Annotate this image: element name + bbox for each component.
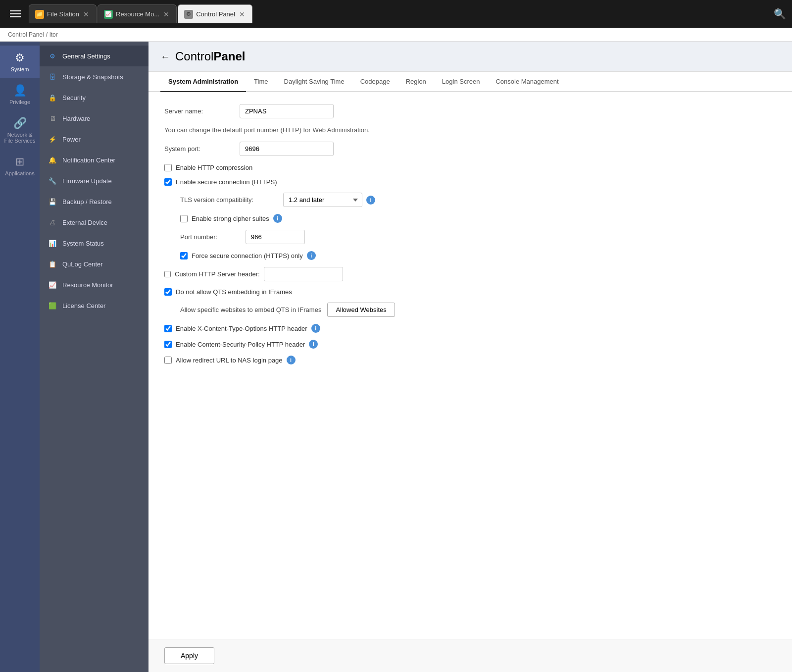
- custom-header-checkbox[interactable]: [164, 271, 171, 277]
- license-center-icon: 🟩: [48, 301, 57, 310]
- menu-item-storage-snapshots[interactable]: 🗄 Storage & Snapshots: [40, 66, 148, 87]
- http-compression-checkbox[interactable]: [164, 164, 172, 171]
- allowed-websites-button[interactable]: Allowed Websites: [327, 303, 395, 317]
- menu-item-hardware-label: Hardware: [62, 115, 90, 122]
- menu-item-backup-restore[interactable]: 💾 Backup / Restore: [40, 191, 148, 212]
- tab-file-station[interactable]: 📁 File Station ✕: [29, 4, 97, 23]
- content-security-info-icon[interactable]: i: [309, 340, 318, 349]
- allowed-websites-row: Allow specific websites to embed QTS in …: [180, 303, 776, 317]
- port-note: You can change the default port number (…: [164, 126, 776, 134]
- strong-cipher-row: Enable strong cipher suites i: [180, 214, 776, 223]
- page-title: ControlPanel: [175, 50, 245, 63]
- content-security-label[interactable]: Enable Content-Security-Policy HTTP head…: [176, 341, 305, 348]
- apply-button[interactable]: Apply: [164, 647, 214, 664]
- no-embedding-checkbox[interactable]: [164, 288, 172, 296]
- menu-item-general-settings[interactable]: ⚙ General Settings: [40, 46, 148, 66]
- tab-control-panel-label: Control Panel: [196, 10, 235, 18]
- hardware-icon: 🖥: [48, 113, 57, 123]
- sidebar-item-system[interactable]: ⚙ System: [0, 46, 40, 78]
- file-station-icon: 📁: [35, 10, 44, 19]
- strong-cipher-info-icon[interactable]: i: [273, 214, 282, 223]
- sidebar-item-applications[interactable]: ⊞ Applications: [0, 150, 40, 182]
- allow-redirect-label[interactable]: Allow redirect URL to NAS login page: [176, 357, 283, 364]
- menu-item-qulog-center[interactable]: 📋 QuLog Center: [40, 254, 148, 274]
- x-content-type-label[interactable]: Enable X-Content-Type-Options HTTP heade…: [176, 325, 307, 332]
- x-content-type-info-icon[interactable]: i: [311, 324, 320, 333]
- firmware-update-icon: 🔧: [48, 176, 57, 186]
- tab-resource-monitor-close[interactable]: ✕: [162, 10, 170, 18]
- tab-region[interactable]: Region: [398, 72, 434, 92]
- tls-info-icon[interactable]: i: [366, 196, 375, 205]
- custom-header-row: Custom HTTP Server header:: [164, 267, 776, 281]
- control-panel-tab-icon: ⚙: [184, 10, 193, 19]
- menu-button[interactable]: [6, 6, 25, 21]
- allow-redirect-checkbox[interactable]: [164, 357, 172, 364]
- menu-item-hardware[interactable]: 🖥 Hardware: [40, 108, 148, 129]
- menu-item-license-center[interactable]: 🟩 License Center: [40, 295, 148, 316]
- footer-bar: Apply: [148, 639, 792, 672]
- qulog-center-icon: 📋: [48, 259, 57, 269]
- secure-connection-checkbox[interactable]: [164, 178, 172, 186]
- force-secure-checkbox[interactable]: [180, 252, 188, 259]
- backup-restore-icon: 💾: [48, 197, 57, 207]
- http-compression-label[interactable]: Enable HTTP compression: [176, 164, 252, 171]
- tls-select[interactable]: 1.0 and later 1.1 and later 1.2 and late…: [283, 193, 362, 207]
- menu-item-power[interactable]: ⚡ Power: [40, 129, 148, 150]
- system-icon: ⚙: [15, 52, 25, 64]
- content-security-checkbox[interactable]: [164, 341, 172, 348]
- tab-codepage[interactable]: Codepage: [352, 72, 398, 92]
- strong-cipher-checkbox[interactable]: [180, 215, 188, 222]
- network-file-icon: 🔗: [13, 117, 27, 130]
- server-name-input[interactable]: [240, 104, 334, 118]
- force-secure-label[interactable]: Force secure connection (HTTPS) only: [192, 252, 303, 259]
- tab-system-administration[interactable]: System Administration: [160, 72, 246, 92]
- sidebar-item-privilege[interactable]: 👤 Privilege: [0, 78, 40, 111]
- tab-file-station-close[interactable]: ✕: [82, 10, 90, 18]
- privilege-icon: 👤: [13, 84, 27, 97]
- tab-control-panel[interactable]: ⚙ Control Panel ✕: [178, 4, 252, 23]
- port-number-label: Port number:: [180, 233, 240, 241]
- system-status-icon: 📊: [48, 238, 57, 248]
- menu-item-general-settings-label: General Settings: [62, 52, 110, 60]
- sidebar-item-applications-label: Applications: [5, 170, 34, 176]
- tab-daylight-saving[interactable]: Daylight Saving Time: [276, 72, 352, 92]
- sidebar-item-network-file[interactable]: 🔗 Network & File Services: [0, 111, 40, 150]
- custom-header-label[interactable]: Custom HTTP Server header:: [175, 270, 260, 278]
- menu-item-security[interactable]: 🔒 Security: [40, 87, 148, 108]
- server-name-row: Server name:: [164, 104, 776, 118]
- menu-item-firmware-update-label: Firmware Update: [62, 177, 112, 185]
- custom-header-input[interactable]: [264, 267, 343, 281]
- menu-item-system-status[interactable]: 📊 System Status: [40, 233, 148, 254]
- allow-redirect-info-icon[interactable]: i: [287, 356, 296, 364]
- menu-item-power-label: Power: [62, 136, 81, 143]
- back-button[interactable]: ←: [160, 51, 170, 62]
- system-port-input[interactable]: [240, 142, 334, 156]
- menu-item-notification-center[interactable]: 🔔 Notification Center: [40, 150, 148, 170]
- tab-login-screen[interactable]: Login Screen: [434, 72, 488, 92]
- tab-resource-monitor-label: Resource Mo...: [116, 10, 159, 18]
- secure-connection-label[interactable]: Enable secure connection (HTTPS): [176, 178, 277, 186]
- x-content-type-checkbox[interactable]: [164, 325, 172, 332]
- server-name-label: Server name:: [164, 107, 234, 115]
- menu-item-resource-monitor[interactable]: 📈 Resource Monitor: [40, 274, 148, 295]
- tab-resource-monitor[interactable]: 📈 Resource Mo... ✕: [98, 4, 177, 23]
- tab-control-panel-close[interactable]: ✕: [238, 10, 246, 18]
- breadcrumb-control-panel[interactable]: Control Panel: [8, 31, 44, 38]
- port-number-row: Port number:: [180, 230, 776, 244]
- no-embedding-label[interactable]: Do not allow QTS embedding in IFrames: [176, 288, 292, 296]
- tab-time[interactable]: Time: [246, 72, 276, 92]
- force-secure-info-icon[interactable]: i: [307, 251, 316, 260]
- menu-item-firmware-update[interactable]: 🔧 Firmware Update: [40, 170, 148, 191]
- security-icon: 🔒: [48, 93, 57, 103]
- breadcrumb: Control Panel / itor: [0, 28, 792, 42]
- tab-console-management[interactable]: Console Management: [488, 72, 566, 92]
- sidebar-item-privilege-label: Privilege: [9, 99, 30, 105]
- cp-title-regular: Control: [175, 50, 213, 63]
- menu-item-security-label: Security: [62, 94, 86, 102]
- menu-item-external-device[interactable]: 🖨 External Device: [40, 212, 148, 233]
- search-icon[interactable]: 🔍: [774, 8, 786, 20]
- breadcrumb-sub: itor: [50, 31, 58, 38]
- strong-cipher-label[interactable]: Enable strong cipher suites: [192, 215, 269, 222]
- menu-item-backup-restore-label: Backup / Restore: [62, 198, 112, 206]
- port-number-input[interactable]: [246, 230, 305, 244]
